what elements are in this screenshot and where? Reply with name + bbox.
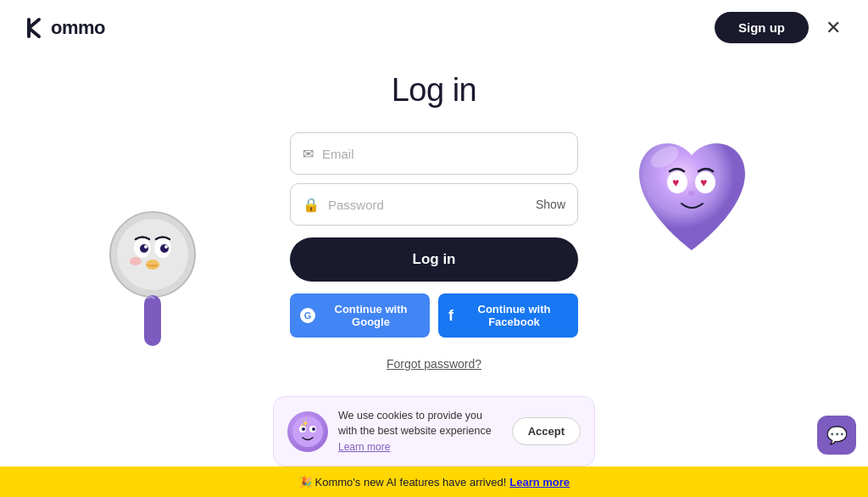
svg-point-20 [302, 427, 305, 431]
bottom-bar-text: 🎉 Kommo's new AI features have arrived! [298, 476, 506, 489]
email-input-wrapper: ✉ [290, 132, 578, 175]
main-content: Log in ✉ 🔒 Show Log in G Continue with G… [0, 55, 868, 371]
close-button[interactable]: ✕ [822, 15, 844, 41]
svg-point-21 [312, 427, 315, 431]
cookie-mascot-icon: ✨ [287, 411, 328, 452]
password-input[interactable] [328, 198, 536, 212]
logo: ommo [24, 16, 105, 40]
facebook-login-button[interactable]: f Continue with Facebook [438, 293, 578, 338]
learn-more-link[interactable]: Learn more [338, 441, 390, 453]
header: ommo Sign up ✕ [0, 0, 868, 55]
header-actions: Sign up ✕ [715, 12, 844, 43]
google-icon: G [300, 308, 315, 323]
forgot-password-link[interactable]: Forgot password? [387, 357, 481, 371]
login-form: ✉ 🔒 Show Log in G Continue with Google f… [290, 132, 578, 371]
forgot-password-section: Forgot password? [290, 356, 578, 371]
logo-text: ommo [51, 17, 105, 39]
logo-icon [24, 16, 47, 40]
google-login-button[interactable]: G Continue with Google [290, 293, 430, 338]
svg-text:✨: ✨ [300, 419, 309, 427]
cookie-text: We use cookies to provide you with the b… [338, 409, 502, 454]
show-password-button[interactable]: Show [536, 198, 565, 211]
bottom-announcement-bar: 🎉 Kommo's new AI features have arrived! … [0, 466, 868, 497]
cookie-message: We use cookies to provide you with the b… [338, 409, 502, 438]
lock-icon: 🔒 [303, 197, 320, 213]
facebook-icon: f [448, 307, 453, 325]
password-input-wrapper: 🔒 Show [290, 183, 578, 226]
signup-button[interactable]: Sign up [715, 12, 809, 43]
support-icon: 💬 [826, 425, 848, 445]
social-buttons: G Continue with Google f Continue with F… [290, 293, 578, 338]
login-button[interactable]: Log in [290, 237, 578, 282]
page-title: Log in [392, 72, 477, 109]
email-icon: ✉ [303, 146, 314, 162]
support-button[interactable]: 💬 [817, 416, 856, 455]
accept-cookies-button[interactable]: Accept [512, 417, 581, 445]
email-input[interactable] [322, 147, 565, 161]
bottom-bar-link[interactable]: Learn more [509, 476, 570, 489]
cookie-banner: ✨ We use cookies to provide you with the… [273, 396, 595, 466]
